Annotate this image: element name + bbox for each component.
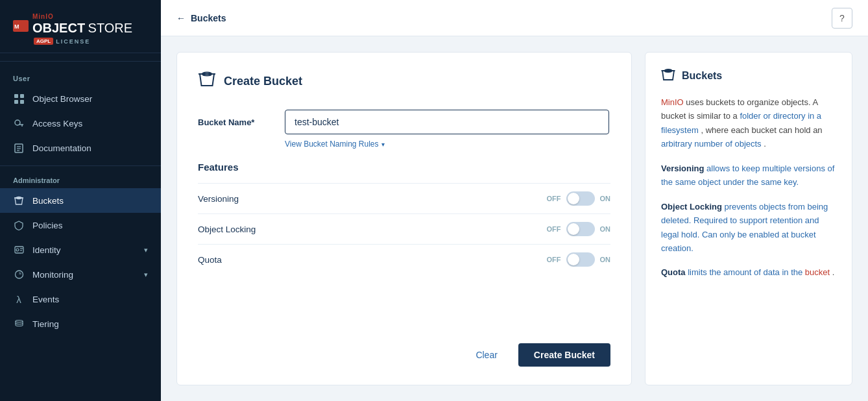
versioning-off-label: OFF	[547, 195, 561, 202]
quota-on-label: ON	[600, 256, 611, 263]
sidebar-label-access-keys: Access Keys	[32, 119, 82, 128]
feature-row-quota: Quota OFF ON	[198, 244, 610, 274]
svg-point-20	[16, 321, 23, 322]
license-text: LICENSE	[56, 38, 90, 45]
sidebar-item-access-keys[interactable]: Access Keys	[0, 111, 161, 136]
breadcrumb-label: Buckets	[191, 13, 226, 23]
breadcrumb: ← Buckets	[176, 13, 226, 23]
feature-row-object-locking: Object Locking OFF ON	[198, 213, 610, 244]
sidebar-item-monitoring[interactable]: Monitoring ▾	[0, 262, 161, 287]
object-locking-toggle-wrap: OFF ON	[547, 222, 611, 236]
logo-brand: MinIO	[32, 13, 54, 20]
info-title-text: Buckets	[682, 70, 722, 82]
object-locking-toggle[interactable]	[566, 222, 595, 236]
sidebar-label-buckets: Buckets	[32, 196, 64, 206]
bucket-form-icon	[198, 71, 216, 91]
logo-product-bold: OBJECT	[32, 21, 85, 35]
feature-row-versioning: Versioning OFF ON	[198, 183, 610, 213]
sidebar-label-object-browser: Object Browser	[32, 94, 92, 104]
sidebar-item-documentation[interactable]: Documentation	[0, 136, 161, 160]
quota-bold: Quota	[661, 267, 686, 277]
info-para-3: Object Locking prevents objects from bei…	[661, 200, 836, 256]
shield-icon	[13, 219, 25, 231]
svg-point-6	[15, 120, 20, 125]
bucket-icon	[13, 195, 25, 206]
sidebar-item-buckets[interactable]: Buckets	[0, 188, 161, 213]
svg-rect-5	[20, 100, 24, 104]
versioning-on-label: ON	[600, 195, 611, 202]
topbar: ← Buckets ?	[161, 0, 868, 36]
create-bucket-button[interactable]: Create Bucket	[518, 343, 610, 367]
versioning-toggle-wrap: OFF ON	[547, 191, 611, 206]
sidebar-item-object-browser[interactable]: Object Browser	[0, 86, 161, 111]
bucket-info-icon	[661, 68, 675, 84]
sidebar-label-monitoring: Monitoring	[32, 270, 73, 280]
versioning-label: Versioning	[198, 194, 547, 204]
svg-rect-3	[20, 94, 24, 98]
naming-rules-link[interactable]: View Bucket Naming Rules ▾	[285, 140, 385, 149]
info-panel: Buckets MinIO uses buckets to organize o…	[645, 52, 852, 385]
doc-icon	[13, 142, 25, 154]
admin-section-label: Administrator	[0, 169, 161, 188]
sidebar-item-tiering[interactable]: Tiering	[0, 311, 161, 336]
chevron-down-icon: ▾	[144, 246, 148, 254]
minio-logo-icon: M	[13, 20, 29, 35]
features-title: Features	[198, 162, 610, 173]
lambda-icon: λ	[13, 293, 25, 305]
svg-point-16	[16, 249, 19, 251]
info-title: Buckets	[661, 68, 836, 84]
bucket-name-input[interactable]	[285, 110, 609, 134]
object-locking-bold: Object Locking	[661, 202, 722, 212]
sidebar-label-policies: Policies	[32, 221, 63, 230]
sidebar-label-events: Events	[32, 295, 59, 304]
content-area: Create Bucket Bucket Name* View Bucket N…	[161, 36, 868, 401]
key-icon	[13, 117, 25, 129]
info-link-arbitrary: arbitrary number of objects	[661, 139, 762, 149]
versioning-bold: Versioning	[661, 164, 704, 173]
quota-label: Quota	[198, 255, 547, 265]
license-badge: AGPL	[34, 38, 53, 45]
object-locking-label: Object Locking	[198, 225, 547, 234]
svg-rect-2	[14, 94, 18, 98]
bucket-name-label: Bucket Name*	[198, 117, 269, 127]
sidebar: M MinIO OBJECT STORE AGPL LICENSE User	[0, 0, 161, 401]
id-icon	[13, 244, 25, 256]
form-actions: Clear Create Bucket	[198, 338, 610, 367]
sidebar-logo: M MinIO OBJECT STORE AGPL LICENSE	[0, 0, 161, 53]
grid-icon	[13, 93, 25, 104]
create-bucket-form: Create Bucket Bucket Name* View Bucket N…	[176, 52, 632, 385]
chart-icon	[13, 269, 25, 280]
form-title-text: Create Bucket	[224, 75, 302, 88]
svg-rect-4	[14, 100, 18, 104]
quota-toggle-wrap: OFF ON	[547, 252, 611, 267]
sidebar-item-identity[interactable]: Identity ▾	[0, 237, 161, 262]
versioning-toggle[interactable]	[566, 191, 595, 206]
sidebar-label-tiering: Tiering	[32, 319, 59, 329]
object-locking-on-label: ON	[600, 225, 611, 233]
back-arrow-icon[interactable]: ←	[176, 13, 186, 23]
user-section-label: User	[0, 64, 161, 86]
info-para-4: Quota limits the amount of data in the b…	[661, 265, 836, 279]
layers-icon	[13, 318, 25, 330]
quota-off-label: OFF	[547, 256, 561, 263]
info-para-2: Versioning allows to keep multiple versi…	[661, 162, 836, 189]
sidebar-label-identity: Identity	[32, 245, 61, 255]
quota-toggle[interactable]	[566, 252, 595, 267]
bucket-name-group: Bucket Name*	[198, 110, 610, 134]
bucket-highlight: bucket	[805, 267, 830, 277]
logo-product-light: STORE	[88, 21, 133, 35]
minio-highlight: MinIO	[661, 97, 684, 107]
svg-text:M: M	[14, 23, 19, 30]
sidebar-item-events[interactable]: λ Events	[0, 287, 161, 311]
form-title: Create Bucket	[198, 71, 610, 91]
help-button[interactable]: ?	[832, 8, 852, 29]
clear-button[interactable]: Clear	[463, 343, 510, 367]
chevron-down-icon-monitoring: ▾	[144, 271, 148, 279]
info-para-1: MinIO uses buckets to organize objects. …	[661, 95, 836, 151]
sidebar-item-policies[interactable]: Policies	[0, 213, 161, 237]
object-locking-off-label: OFF	[547, 225, 561, 233]
sidebar-label-documentation: Documentation	[32, 143, 91, 153]
main-content: ← Buckets ? Create Bucket Bucket Name*	[161, 0, 868, 401]
chevron-down-naming-icon: ▾	[381, 141, 385, 148]
